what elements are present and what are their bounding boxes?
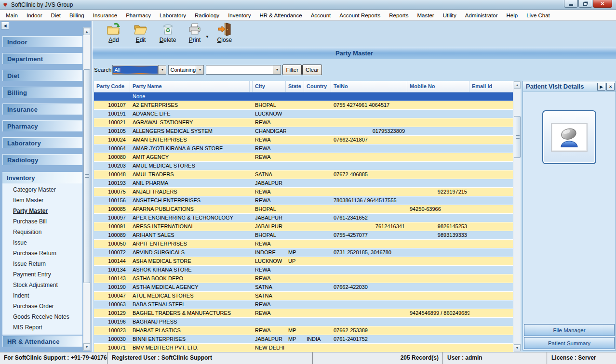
table-row[interactable]: 100071BMV MEDITECH PVT. LTD.NEW DELHI	[94, 344, 521, 352]
menu-item-billing[interactable]: Billing	[65, 11, 89, 20]
patient-summary-button[interactable]: Patient Summary	[524, 337, 615, 349]
table-row[interactable]: 100023BHARAT PLASTICSREWAMP07662-253389	[94, 326, 521, 335]
table-row[interactable]: 100072ARVIND SURGICALSINDOREMP0731-25281…	[94, 248, 521, 257]
inventory-item-requisition[interactable]: Requisition	[2, 227, 82, 237]
table-row[interactable]: 100047ATUL MEDICAL STORESSATNA	[94, 292, 521, 300]
scroll-down-icon[interactable]: ▼	[514, 344, 521, 351]
table-row[interactable]: 100134ASHOK KIRANA STOREREWA	[94, 266, 521, 274]
table-row[interactable]: 100050ARPIT ENTERPRISESREWA	[94, 240, 521, 248]
table-row[interactable]: 100191ADVANCE LIFELUCKNOW	[94, 110, 521, 118]
table-row[interactable]: 100129BAGHEL TRADERS & MANUFACTURESREWA9…	[94, 309, 521, 317]
column-header-city[interactable]: City	[253, 81, 286, 92]
table-row[interactable]: 100089ARIHANT SALESBHOPAL0755-4257077989…	[94, 231, 521, 239]
scroll-down-icon[interactable]: ▼	[83, 343, 90, 351]
table-scroll-thumb[interactable]	[514, 116, 521, 158]
sidebar-item-department[interactable]: Department	[2, 53, 82, 64]
minimize-button[interactable]	[564, 0, 578, 8]
menu-item-administrator[interactable]: Administrator	[461, 11, 502, 20]
add-button[interactable]: Add	[100, 22, 127, 43]
inventory-item-party-master[interactable]: Party Master	[2, 206, 82, 216]
column-header-state[interactable]: State	[286, 81, 304, 92]
table-row[interactable]: 100063BABA STENALSTEELREWA	[94, 300, 521, 309]
panel-close-button[interactable]: ✕	[606, 83, 615, 91]
table-row[interactable]: 100105ALLENGERS MEDICAL SYSTEMCHANDIGAR0…	[94, 127, 521, 135]
table-row[interactable]: 100075ANJALI TRADERSREWA9229197215	[94, 188, 521, 196]
clear-button[interactable]: Clear	[302, 65, 322, 75]
inventory-item-purchase-order[interactable]: Purchase Order	[2, 301, 82, 312]
table-row[interactable]: 100091ARESS INTERNATIONALJABALPUR7612416…	[94, 222, 521, 231]
delete-button[interactable]: ♻ Delete	[154, 22, 181, 43]
column-header-mobile-no[interactable]: Mobile No	[407, 81, 469, 92]
restore-button[interactable]	[578, 0, 592, 8]
edit-button[interactable]: Edit	[127, 22, 154, 43]
inventory-item-issue[interactable]: Issue	[2, 237, 82, 248]
table-scrollbar[interactable]: ▲ ▼	[513, 81, 521, 352]
search-field-select[interactable]: All ▼	[112, 65, 166, 75]
filter-button[interactable]: Filter	[282, 65, 302, 75]
table-row[interactable]: 100156ANSHTECH ENTERPRISESREWA7803861136…	[94, 196, 521, 205]
sidebar-item-billing[interactable]: Billing	[2, 87, 82, 98]
table-row[interactable]: 100080AMIT AGENCYREWA	[94, 153, 521, 161]
inventory-item-mis-report[interactable]: MIS Report	[2, 322, 82, 333]
sidebar-item-insurance[interactable]: Insurance	[2, 104, 82, 115]
column-header-country[interactable]: Country	[304, 81, 331, 92]
scroll-up-icon[interactable]: ▲	[514, 81, 521, 89]
sidebar-item-hr-attendance[interactable]: HR & Attendance	[2, 336, 82, 347]
table-row[interactable]: 100024AMAN ENTERPRISESREWA07662-241807	[94, 136, 521, 144]
menu-item-pharmacy[interactable]: Pharmacy	[121, 11, 155, 20]
inventory-item-issue-return[interactable]: Issue Return	[2, 259, 82, 269]
menu-item-account[interactable]: Account	[307, 11, 335, 20]
menu-item-radiology[interactable]: Radiology	[190, 11, 224, 20]
table-row[interactable]: 100193ANIL PHARMAJABALPUR	[94, 179, 521, 187]
chevron-down-icon[interactable]: ▼	[273, 65, 281, 74]
table-row[interactable]: 100203AMUL MEDICAL STORES	[94, 162, 521, 170]
print-dropdown-icon[interactable]: ▼	[205, 35, 209, 39]
close-button[interactable]: ✕	[593, 0, 612, 8]
menu-item-master[interactable]: Master	[413, 11, 439, 20]
inventory-item-item-master[interactable]: Item Master	[2, 195, 82, 206]
column-header-party-code[interactable]: Party Code	[94, 81, 130, 92]
column-header-email-id[interactable]: Email Id	[469, 81, 513, 92]
table-row[interactable]: 100048AMUL TRADERSSATNA07672-406885	[94, 170, 521, 179]
menu-item-account-reports[interactable]: Account Reports	[335, 11, 385, 20]
scroll-up-icon[interactable]: ▲	[83, 28, 90, 35]
menu-item-hr-attendance[interactable]: HR & Attendance	[255, 11, 306, 20]
table-row[interactable]: 100097APEX ENGINERRING & TECHONOLOGYJABA…	[94, 214, 521, 222]
table-row[interactable]: 100143ASTHA BOOK DEPOREWA	[94, 274, 521, 283]
search-value-select[interactable]: ▼	[206, 65, 281, 75]
sidebar-item-radiology[interactable]: Radiology	[2, 154, 82, 165]
sidebar-scroll-thumb[interactable]	[83, 69, 90, 283]
menu-item-reports[interactable]: Reports	[385, 11, 413, 20]
menu-item-utility[interactable]: Utility	[439, 11, 461, 20]
menu-item-indoor[interactable]: Indoor	[22, 11, 47, 20]
chevron-down-icon[interactable]: ▼	[158, 65, 166, 74]
menu-item-help[interactable]: Help	[502, 11, 522, 20]
chevron-down-icon[interactable]: ▼	[196, 65, 203, 74]
patient-photo-button[interactable]	[542, 110, 596, 164]
table-row[interactable]: 100196BAGRANJ PRESS	[94, 318, 521, 326]
sidebar-item-pharmacy[interactable]: Pharmacy	[2, 120, 82, 131]
menu-item-diet[interactable]: Diet	[47, 11, 65, 20]
table-row-selected[interactable]: None	[94, 92, 521, 101]
search-operator-select[interactable]: Containing ▼	[168, 65, 204, 75]
column-header-party-name[interactable]: Party Name	[130, 81, 250, 92]
sidebar-collapse-button[interactable]: ◀	[1, 22, 9, 29]
table-row[interactable]: 100190ASTHA MEDICAL AGENCYSATNA07662-422…	[94, 283, 521, 291]
menu-item-live-chat[interactable]: Live Chat	[522, 11, 554, 20]
sidebar-scrollbar[interactable]: ▲ ▼	[83, 27, 91, 351]
table-row[interactable]: 100030BINNI ENTERPRISESJABALPURMPINDIA07…	[94, 335, 521, 343]
inventory-item-goods-receive-notes[interactable]: Goods Receive Notes	[2, 312, 82, 322]
close-form-button[interactable]: Close	[211, 22, 238, 43]
inventory-item-payment-entry[interactable]: Payment Entry	[2, 269, 82, 280]
table-row[interactable]: 100107A2 ENTERPRISESBHOPAL0755 4274961 4…	[94, 101, 521, 109]
inventory-item-indent[interactable]: Indent	[2, 290, 82, 301]
menu-item-insurance[interactable]: Insurance	[89, 11, 122, 20]
inventory-item-stock-adjustment[interactable]: Stock Adjustment	[2, 280, 82, 290]
menu-item-main[interactable]: Main	[1, 11, 22, 20]
sidebar-item-diet[interactable]: Diet	[2, 70, 82, 81]
inventory-item-purchase-return[interactable]: Purchase Return	[2, 248, 82, 259]
print-button[interactable]: Print	[181, 22, 208, 43]
file-manager-button[interactable]: File Manager	[524, 324, 615, 336]
panel-expand-button[interactable]: ▶	[597, 83, 605, 91]
sidebar-item-laboratory[interactable]: Laboratory	[2, 137, 82, 148]
